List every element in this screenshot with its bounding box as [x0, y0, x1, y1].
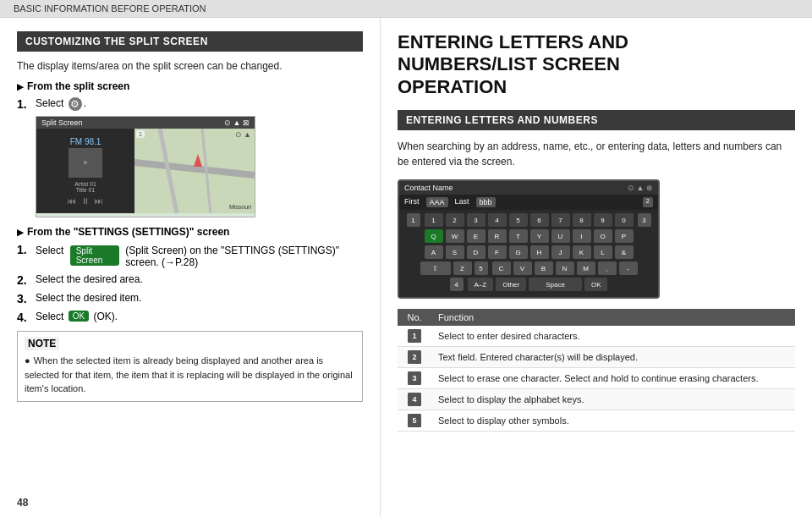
topbar: BASIC INFORMATION BEFORE OPERATION: [0, 0, 812, 18]
ss-controls: ⏮ ⏸ ⏭: [68, 196, 103, 206]
cs-first-field[interactable]: AAA: [426, 197, 448, 207]
key-a[interactable]: A: [425, 245, 443, 259]
key-g[interactable]: G: [509, 245, 528, 259]
table-cell-no: 3: [398, 368, 431, 389]
table-row: 2 Text field. Entered character(s) will …: [398, 347, 795, 368]
key-other[interactable]: Other: [496, 278, 526, 291]
key-l[interactable]: L: [594, 245, 612, 259]
key-shift[interactable]: ⇧: [420, 261, 451, 275]
key-q[interactable]: Q: [425, 229, 443, 243]
key-b[interactable]: B: [535, 261, 553, 275]
ss-map-label: Missouri: [229, 204, 251, 210]
badge-4: 4: [450, 278, 464, 291]
settings-step-2: 2. Select the desired area.: [17, 273, 363, 287]
split-screen-preview: Split Screen ⊙ ▲ ⊠ FM 98.1 ▶ Artist 01 T…: [36, 116, 255, 217]
key-comma[interactable]: ,: [598, 261, 617, 275]
key-space[interactable]: Space: [529, 278, 582, 291]
key-i[interactable]: I: [573, 229, 591, 243]
map-svg: [134, 129, 255, 213]
page-number: 48: [17, 497, 28, 509]
key-4[interactable]: 4: [488, 213, 507, 227]
key-d[interactable]: D: [467, 245, 486, 259]
from-settings-header: From the "SETTINGS (SETTINGS)" screen: [17, 226, 363, 238]
table-cell-func: Select to display the alphabet keys.: [431, 389, 795, 410]
contact-screen: Contact Name ⊙ ▲ ⊗ First AAA Last bbb 2 …: [398, 179, 660, 299]
ss-audio-panel: FM 98.1 ▶ Artist 01 Title 01 ⏮ ⏸ ⏭: [36, 129, 134, 213]
settings-step-1: 1. Select Split Screen (Split Screen) on…: [17, 243, 363, 268]
ss-header: Split Screen ⊙ ▲ ⊠: [36, 117, 255, 129]
key-8[interactable]: 8: [573, 213, 591, 227]
key-p[interactable]: P: [615, 229, 634, 243]
key-amp[interactable]: &: [615, 245, 634, 259]
key-c[interactable]: C: [492, 261, 511, 275]
key-5[interactable]: 5: [509, 213, 528, 227]
key-v[interactable]: V: [513, 261, 532, 275]
table-cell-func: Select to erase one character. Select an…: [431, 368, 795, 389]
gear-icon[interactable]: [69, 97, 82, 111]
key-n[interactable]: N: [556, 261, 574, 275]
key-m[interactable]: M: [577, 261, 595, 275]
settings-step-3: 3. Select the desired item.: [17, 292, 363, 305]
table-row: 3 Select to erase one character. Select …: [398, 368, 795, 389]
cs-header: Contact Name ⊙ ▲ ⊗: [399, 181, 658, 195]
key-y[interactable]: Y: [530, 229, 549, 243]
note-title: NOTE: [25, 337, 59, 350]
key-o[interactable]: O: [594, 229, 612, 243]
key-1[interactable]: 1: [425, 213, 443, 227]
key-0[interactable]: 0: [615, 213, 634, 227]
key-2[interactable]: 2: [446, 213, 464, 227]
table-cell-no: 2: [398, 347, 431, 368]
table-row: 5 Select to display other symbols.: [398, 410, 795, 432]
key-6[interactable]: 6: [530, 213, 549, 227]
split-screen-button[interactable]: Split Screen: [70, 245, 119, 266]
step-1-row: 1. Select .: [17, 97, 363, 111]
ok-button[interactable]: OK: [69, 311, 89, 322]
left-column: CUSTOMIZING THE SPLIT SCREEN The display…: [0, 18, 381, 517]
col-function: Function: [431, 309, 795, 326]
key-ok[interactable]: OK: [584, 278, 608, 291]
function-table: No. Function 1 Select to enter desired c…: [398, 309, 795, 432]
ss-badge: 1: [136, 130, 145, 138]
key-z[interactable]: Z: [453, 261, 472, 275]
table-cell-func: Text field. Entered character(s) will be…: [431, 347, 795, 368]
right-column: ENTERING LETTERS AND NUMBERS/LIST SCREEN…: [381, 18, 812, 517]
cs-keyboard: 1 1 2 3 4 5 6 7 8 9 0 3 Q W E: [399, 210, 658, 297]
key-5-badge: 5: [475, 261, 488, 275]
table-row: 1 Select to enter desired characters.: [398, 326, 795, 347]
key-3[interactable]: 3: [467, 213, 486, 227]
key-9[interactable]: 9: [594, 213, 612, 227]
num-badge: 1: [408, 329, 421, 343]
key-k[interactable]: K: [573, 245, 591, 259]
key-s[interactable]: S: [446, 245, 464, 259]
left-intro: The display items/area on the split scre…: [17, 60, 363, 72]
ss-map-panel: ⊙ ▲ Missouri 1: [134, 129, 255, 213]
table-cell-func: Select to enter desired characters.: [431, 326, 795, 347]
col-no: No.: [398, 309, 431, 326]
cs-name-section: First AAA Last bbb 2: [399, 195, 658, 210]
key-h[interactable]: H: [530, 245, 549, 259]
num-badge: 3: [408, 371, 421, 385]
key-dash[interactable]: -: [619, 261, 638, 275]
ss-icon-tr: ⊙ ▲: [235, 130, 251, 139]
cs-last-field[interactable]: bbb: [476, 197, 496, 207]
cs-name-row: First AAA Last bbb 2: [399, 195, 658, 210]
key-w[interactable]: W: [446, 229, 464, 243]
key-j[interactable]: J: [551, 245, 570, 259]
key-e[interactable]: E: [467, 229, 486, 243]
key-t[interactable]: T: [509, 229, 528, 243]
enter-intro: When searching by an address, name, etc.…: [398, 139, 795, 169]
num-badge: 4: [408, 393, 421, 406]
key-7[interactable]: 7: [551, 213, 570, 227]
key-az[interactable]: A–Z: [468, 278, 494, 291]
ss-body: FM 98.1 ▶ Artist 01 Title 01 ⏮ ⏸ ⏭: [36, 129, 255, 213]
settings-step-4: 4. Select OK (OK).: [17, 311, 363, 324]
key-u[interactable]: U: [551, 229, 570, 243]
key-r[interactable]: R: [488, 229, 507, 243]
big-title: ENTERING LETTERS AND NUMBERS/LIST SCREEN…: [398, 31, 795, 98]
key-f[interactable]: F: [488, 245, 507, 259]
badge-3: 3: [638, 213, 651, 227]
cs-bottom-row: 4 A–Z Other Space OK: [403, 278, 655, 291]
table-cell-no: 5: [398, 410, 431, 432]
cs-z-row: ⇧ Z 5 C V B N M , -: [403, 261, 655, 275]
step-1-num: 1.: [17, 97, 30, 111]
